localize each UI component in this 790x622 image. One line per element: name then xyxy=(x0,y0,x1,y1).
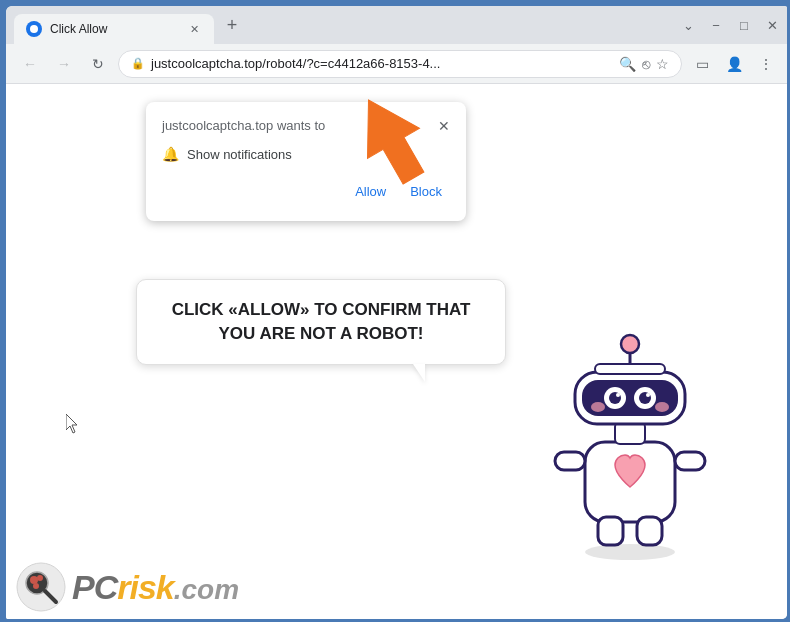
menu-icon[interactable]: ⋮ xyxy=(752,50,780,78)
page-content: justcoolcaptcha.top wants to ✕ 🔔 Show no… xyxy=(6,84,790,622)
lock-icon: 🔒 xyxy=(131,57,145,70)
mouse-cursor xyxy=(66,414,80,434)
bubble-text: CLICK «ALLOW» TO CONFIRM THAT YOU ARE NO… xyxy=(157,298,485,346)
url-bar[interactable]: 🔒 justcoolcaptcha.top/robot4/?c=c4412a66… xyxy=(118,50,682,78)
svg-point-1 xyxy=(585,544,675,560)
url-actions: 🔍 ⎋ ☆ xyxy=(619,56,669,72)
active-tab[interactable]: Click Allow ✕ xyxy=(14,14,214,44)
close-button[interactable]: ✕ xyxy=(762,18,782,33)
svg-rect-5 xyxy=(598,517,623,545)
tab-title: Click Allow xyxy=(50,22,178,36)
svg-point-27 xyxy=(33,583,39,589)
address-bar-actions: ▭ 👤 ⋮ xyxy=(688,50,780,78)
tab-favicon-icon xyxy=(26,21,42,37)
pcrisk-brand: PCrisk.com xyxy=(72,568,239,607)
browser-window: Click Allow ✕ + ⌄ − □ ✕ ← → ↻ 🔒 justcool… xyxy=(6,6,790,622)
speech-bubble: CLICK «ALLOW» TO CONFIRM THAT YOU ARE NO… xyxy=(136,279,506,365)
search-icon[interactable]: 🔍 xyxy=(619,56,636,72)
maximize-button[interactable]: □ xyxy=(734,18,754,33)
svg-point-16 xyxy=(591,402,605,412)
tab-area: Click Allow ✕ + xyxy=(14,6,674,44)
pcrisk-pc-text: PC xyxy=(72,568,117,606)
address-bar: ← → ↻ 🔒 justcoolcaptcha.top/robot4/?c=c4… xyxy=(6,44,790,84)
pcrisk-watermark: PCrisk.com xyxy=(16,562,239,612)
pcrisk-dotcom-text: .com xyxy=(174,574,239,605)
orange-arrow xyxy=(346,89,436,193)
share-icon[interactable]: ⎋ xyxy=(642,56,650,72)
title-bar: Click Allow ✕ + ⌄ − □ ✕ xyxy=(6,6,790,44)
svg-rect-4 xyxy=(675,452,705,470)
svg-marker-21 xyxy=(66,414,77,433)
svg-point-14 xyxy=(616,393,620,397)
notif-close-button[interactable]: ✕ xyxy=(438,118,450,134)
forward-button[interactable]: → xyxy=(50,50,78,78)
svg-marker-0 xyxy=(346,89,436,189)
svg-point-25 xyxy=(30,576,38,584)
new-tab-button[interactable]: + xyxy=(218,11,246,39)
bookmark-icon[interactable]: ☆ xyxy=(656,56,669,72)
robot-character xyxy=(530,312,730,562)
back-button[interactable]: ← xyxy=(16,50,44,78)
tab-close-button[interactable]: ✕ xyxy=(186,21,202,37)
svg-rect-20 xyxy=(595,364,665,374)
window-controls: ⌄ − □ ✕ xyxy=(678,18,782,33)
refresh-button[interactable]: ↻ xyxy=(84,50,112,78)
svg-point-15 xyxy=(646,393,650,397)
bell-icon: 🔔 xyxy=(162,146,179,162)
tab-search-icon[interactable]: ▭ xyxy=(688,50,716,78)
minimize-button[interactable]: − xyxy=(706,18,726,33)
profile-icon[interactable]: 👤 xyxy=(720,50,748,78)
pcrisk-risk-text: risk xyxy=(117,568,174,606)
svg-point-26 xyxy=(37,575,43,581)
window-menu-icon[interactable]: ⌄ xyxy=(678,18,698,33)
svg-rect-6 xyxy=(637,517,662,545)
svg-point-17 xyxy=(655,402,669,412)
svg-point-19 xyxy=(621,335,639,353)
url-text: justcoolcaptcha.top/robot4/?c=c4412a66-8… xyxy=(151,56,613,71)
svg-rect-3 xyxy=(555,452,585,470)
show-notifications-label: Show notifications xyxy=(187,147,292,162)
